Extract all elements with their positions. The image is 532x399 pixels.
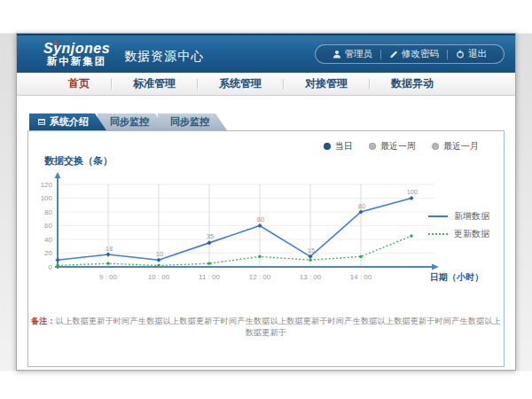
tab-system-intro[interactable]: 系统介绍 xyxy=(29,113,106,130)
logout-button[interactable]: 退出 xyxy=(448,48,495,60)
chart-legend: 新增数据 更新数据 xyxy=(428,209,489,245)
solid-line-swatch xyxy=(428,215,448,217)
radio-today[interactable]: 当日 xyxy=(324,140,353,153)
svg-text:14 : 00: 14 : 00 xyxy=(350,273,372,281)
svg-text:40: 40 xyxy=(44,236,52,244)
tab-sync-monitor-1[interactable]: 同步监控 xyxy=(98,113,167,130)
app-header: Synjones 新中新集团 数据资源中心 管理员 修改密码 xyxy=(17,34,515,73)
svg-text:80: 80 xyxy=(358,202,365,210)
document-icon xyxy=(38,119,45,125)
logo-subtext: 新中新集团 xyxy=(43,56,110,66)
nav-item-data-change[interactable]: 数据异动 xyxy=(370,76,455,91)
dotted-line-swatch xyxy=(428,233,448,235)
person-icon xyxy=(332,50,341,59)
change-password-button[interactable]: 修改密码 xyxy=(381,48,447,60)
legend-item-new-data[interactable]: 新增数据 xyxy=(428,209,489,223)
current-user-button[interactable]: 管理员 xyxy=(325,48,381,60)
note-prefix: 备注： xyxy=(31,317,56,325)
nav-item-standard-mgmt[interactable]: 标准管理 xyxy=(112,76,197,91)
chart-panel: 当日 最近一周 最近一月 数据交换（条） 0204060801001209 : … xyxy=(27,130,505,367)
pencil-icon xyxy=(389,50,398,59)
change-password-label: 修改密码 xyxy=(402,48,439,60)
page-title: 数据资源中心 xyxy=(124,43,204,65)
svg-text:11 : 00: 11 : 00 xyxy=(199,273,220,281)
user-toolbar: 管理员 修改密码 退出 xyxy=(315,44,505,64)
svg-text:日期（小时）: 日期（小时） xyxy=(430,272,483,282)
logout-label: 退出 xyxy=(468,48,487,60)
svg-text:18: 18 xyxy=(106,245,113,253)
content-area: 系统介绍 同步监控 同步监控 当日 最近一周 xyxy=(17,96,515,367)
svg-text:60: 60 xyxy=(44,222,52,230)
radio-label: 当日 xyxy=(335,140,353,153)
svg-text:100: 100 xyxy=(407,188,419,196)
svg-text:60: 60 xyxy=(257,215,264,223)
nav-item-home[interactable]: 首页 xyxy=(47,76,111,91)
svg-text:100: 100 xyxy=(41,194,53,202)
legend-item-update-data[interactable]: 更新数据 xyxy=(428,227,489,240)
tab-bar: 系统介绍 同步监控 同步监控 xyxy=(29,113,505,130)
radio-label: 最近一周 xyxy=(380,140,416,153)
tab-label: 同步监控 xyxy=(170,116,209,127)
radio-label: 最近一月 xyxy=(443,140,479,153)
svg-text:10: 10 xyxy=(156,250,163,258)
nav-item-interface-mgmt[interactable]: 对接管理 xyxy=(284,76,369,91)
user-name-label: 管理员 xyxy=(345,48,373,60)
svg-text:13 : 00: 13 : 00 xyxy=(300,273,322,281)
svg-text:80: 80 xyxy=(44,208,52,216)
nav-item-system-mgmt[interactable]: 系统管理 xyxy=(198,76,283,91)
svg-text:35: 35 xyxy=(207,232,214,240)
chart-svg: 0204060801001209 : 0010 : 0011 : 0012 : … xyxy=(37,172,485,289)
period-filter: 当日 最近一周 最近一月 xyxy=(324,140,479,153)
svg-text:120: 120 xyxy=(41,181,53,189)
svg-text:9 : 00: 9 : 00 xyxy=(99,273,118,281)
svg-text:0: 0 xyxy=(49,263,53,271)
logo-accent-dot xyxy=(54,42,58,45)
power-icon xyxy=(456,50,465,59)
radio-last-week[interactable]: 最近一周 xyxy=(369,140,416,153)
radio-dot-icon xyxy=(369,143,376,150)
y-axis-title: 数据交换（条） xyxy=(44,154,113,168)
legend-label: 新增数据 xyxy=(454,210,489,223)
svg-text:10 : 00: 10 : 00 xyxy=(148,273,170,281)
app-window: Synjones 新中新集团 数据资源中心 管理员 修改密码 xyxy=(16,33,516,371)
company-logo: Synjones 新中新集团 xyxy=(43,42,110,67)
tab-label: 同步监控 xyxy=(110,116,149,127)
radio-last-month[interactable]: 最近一月 xyxy=(432,140,479,153)
legend-label: 更新数据 xyxy=(454,228,489,240)
radio-dot-icon xyxy=(432,143,439,150)
main-nav: 首页 标准管理 系统管理 对接管理 数据异动 xyxy=(17,73,515,96)
note-text: 以上数据更新于时间产生数据以上数据更新于时间产生数据以上数据更新于时间产生数据以… xyxy=(56,317,501,337)
svg-text:15: 15 xyxy=(308,246,315,254)
svg-text:12 : 00: 12 : 00 xyxy=(249,273,271,281)
footer-note: 备注：以上数据更新于时间产生数据以上数据更新于时间产生数据以上数据更新于时间产生… xyxy=(28,316,504,339)
line-chart: 0204060801001209 : 0010 : 0011 : 0012 : … xyxy=(37,172,485,289)
radio-dot-icon xyxy=(324,143,331,150)
tab-sync-monitor-2[interactable]: 同步监控 xyxy=(158,113,227,130)
tab-label: 系统介绍 xyxy=(50,113,89,130)
svg-text:20: 20 xyxy=(44,249,52,257)
